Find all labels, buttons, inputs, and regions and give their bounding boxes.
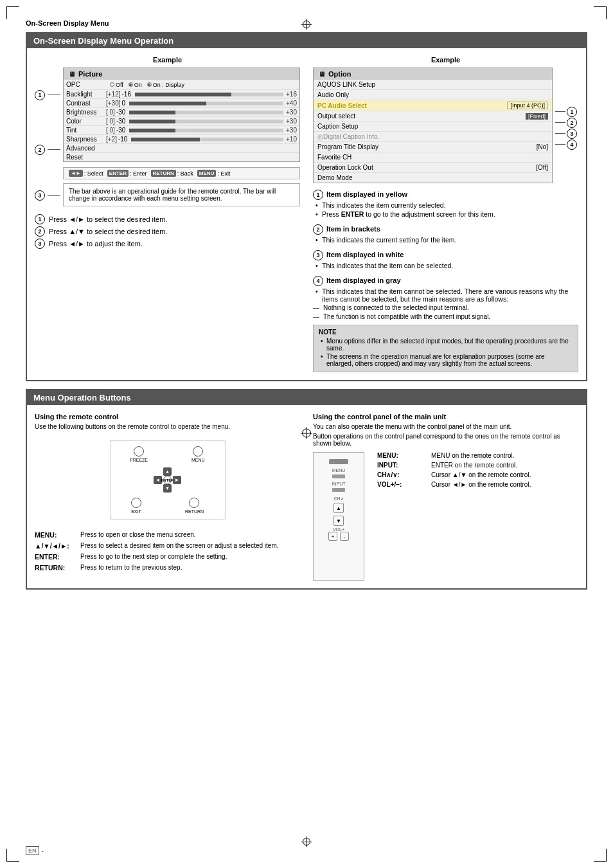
step-num-3: 3 — [35, 239, 45, 249]
digital-label: ◎Digital Caption Info. — [317, 133, 548, 140]
option-row-caption: Caption Setup — [314, 122, 552, 132]
mob-right-intro2: Button operations on the control panel c… — [313, 433, 578, 447]
remote-middle: ▲ ◄ ENTER ► ▼ — [154, 467, 181, 493]
brightness-end: +30 — [286, 109, 297, 116]
guide-key-enter: ENTER — [107, 170, 129, 177]
sharpness-end: +10 — [286, 136, 297, 143]
option-row-program: Program Title Display [No] — [314, 142, 552, 152]
opc-opt-display: On : Display — [147, 82, 184, 88]
menu-row-advanced: Advanced — [64, 144, 299, 153]
annot-1-left: 1 — [35, 90, 60, 100]
option-menu-header: 🖥 Option — [314, 68, 552, 80]
opc-opt-off: Off — [110, 82, 123, 88]
option-row-favch: Favorite CH — [314, 152, 552, 163]
opc-row: OPC Off — [64, 80, 299, 90]
right-panel: Example 🖥 Option AQUOS LINK Setup — [313, 56, 578, 372]
guide-enter: ENTER : Enter — [107, 170, 147, 177]
backlight-label: Backlight — [66, 91, 106, 98]
remote-top-row: FREEZE MENU — [130, 446, 204, 462]
corner-mark-br — [594, 849, 607, 862]
key-enter-term: ENTER: — [35, 553, 76, 561]
key-def-table: MENU: Press to open or close the menu sc… — [35, 531, 300, 572]
backlight-bracket: [+12] — [106, 91, 121, 98]
note-bullet-1: The screens in the operation manual are … — [319, 353, 573, 367]
radio-display-fill — [148, 84, 150, 86]
right-example-area: 🖥 Option AQUOS LINK Setup Audio Only — [313, 68, 578, 183]
tv-btn-plus: + — [328, 532, 337, 541]
key-enter-desc: Press to go to the next step or complete… — [80, 553, 300, 561]
tv-btn-menu — [332, 475, 345, 478]
option-row-audio: Audio Only — [314, 90, 552, 100]
radio-display — [147, 82, 152, 87]
menu-label: MENU — [191, 458, 205, 462]
line-1 — [48, 95, 60, 95]
right-mob-panel: Using the control panel of the main unit… — [313, 413, 578, 581]
brightness-label: Brightness — [66, 109, 106, 116]
explain-box: The bar above is an operational guide fo… — [63, 183, 300, 206]
annot-title-2: 2 Item in brackets — [313, 224, 578, 235]
center-crosshair — [301, 428, 312, 441]
lockout-label: Operation Lock Out — [317, 164, 536, 171]
cp-input-desc: ENTER on the remote control. — [431, 462, 578, 469]
tv-unit: MENU INPUT CH∧ ▲ ▼ VOL+ + - — [313, 452, 364, 581]
option-menu-container: 🖥 Option AQUOS LINK Setup Audio Only — [313, 68, 553, 183]
remote-freeze-btn: FREEZE — [130, 446, 148, 462]
left-annot-nums: 1 2 3 — [35, 68, 60, 209]
right-num-4: 4 — [555, 139, 578, 150]
cp-row-input: INPUT: ENTER on the remote control. — [377, 462, 578, 469]
program-value: [No] — [537, 143, 548, 150]
right-circle-3: 3 — [567, 129, 577, 139]
osd-content: Example 1 2 3 — [27, 48, 586, 380]
key-arrows-desc: Press to select a desired item on the sc… — [80, 542, 300, 550]
picture-menu-header: 🖥 Picture — [64, 68, 299, 80]
aquos-label: AQUOS LINK Setup — [317, 81, 548, 88]
brightness-bracket: [ 0] — [106, 109, 115, 116]
option-menu-title: Option — [328, 70, 351, 78]
tv-btn-up: ▲ — [333, 503, 344, 513]
osd-header: On-Screen Display Menu Operation — [27, 33, 586, 48]
key-def-arrows: ▲/▼/◄/►: Press to select a desired item … — [35, 542, 300, 550]
color-num: -30 — [116, 118, 125, 125]
annot-bullet-4-0: This indicates that the item cannot be s… — [322, 287, 578, 303]
menu-row-tint: Tint [ 0] -30 +30 — [64, 126, 299, 135]
guide-desc-exit: : Exit — [217, 170, 230, 177]
annot-circle-2: 2 — [313, 224, 323, 235]
cp-ch-term: CH∧/∨: — [377, 471, 429, 478]
key-def-return: RETURN: Press to return to the previous … — [35, 564, 300, 572]
sharpness-label: Sharpness — [66, 136, 106, 143]
corner-mark-bl — [6, 849, 19, 862]
sharpness-num: -10 — [118, 136, 127, 143]
picture-menu-container: 🖥 Picture OPC Off — [63, 68, 300, 209]
tint-fill — [129, 129, 175, 132]
remote-diagram: FREEZE MENU ▲ — [110, 440, 226, 520]
opc-off: Off — [116, 82, 123, 88]
annot-title-text-3: Item displayed in white — [326, 251, 404, 258]
annot-bullet-1-0: This indicates the item currently select… — [322, 201, 578, 209]
annot-item-4: 4 Item displayed in gray This indicates … — [313, 276, 578, 321]
backlight-fill — [135, 93, 231, 96]
menu-row-sharpness: Sharpness [+2] -10 +10 — [64, 135, 299, 144]
remote-bottom-row: EXIT RETURN — [131, 498, 204, 514]
mob-header: Menu Operation Buttons — [27, 390, 586, 405]
menu-row-reset: Reset — [64, 153, 299, 161]
key-menu-term: MENU: — [35, 531, 76, 539]
tint-end: +30 — [286, 127, 297, 134]
exit-label: EXIT — [131, 509, 141, 514]
menu-row-backlight: Backlight [+12] -16 +16 — [64, 90, 299, 99]
right-circle-4: 4 — [567, 140, 577, 150]
cp-menu-term: MENU: — [377, 452, 429, 459]
annot-bullet-3-0: This indicates that the item can be sele… — [322, 262, 578, 269]
footer-en: EN — [26, 846, 39, 855]
annot-circle-4: 4 — [313, 276, 323, 286]
tv-vol-label: VOL+ — [333, 527, 344, 532]
color-bracket: [ 0] — [106, 118, 115, 125]
contrast-bar — [129, 102, 283, 105]
num-circle-2: 2 — [35, 145, 45, 155]
option-row-demo: Demo Mode — [314, 173, 552, 183]
radio-on-fill — [129, 84, 132, 86]
remote-mid-row: ◄ ENTER ► — [154, 476, 181, 484]
left-mob-panel: Using the remote control Use the followi… — [35, 413, 300, 581]
annot-title-4: 4 Item displayed in gray — [313, 276, 578, 286]
guide-key-select: ◄► — [69, 170, 83, 177]
corner-mark-tr — [594, 6, 607, 19]
